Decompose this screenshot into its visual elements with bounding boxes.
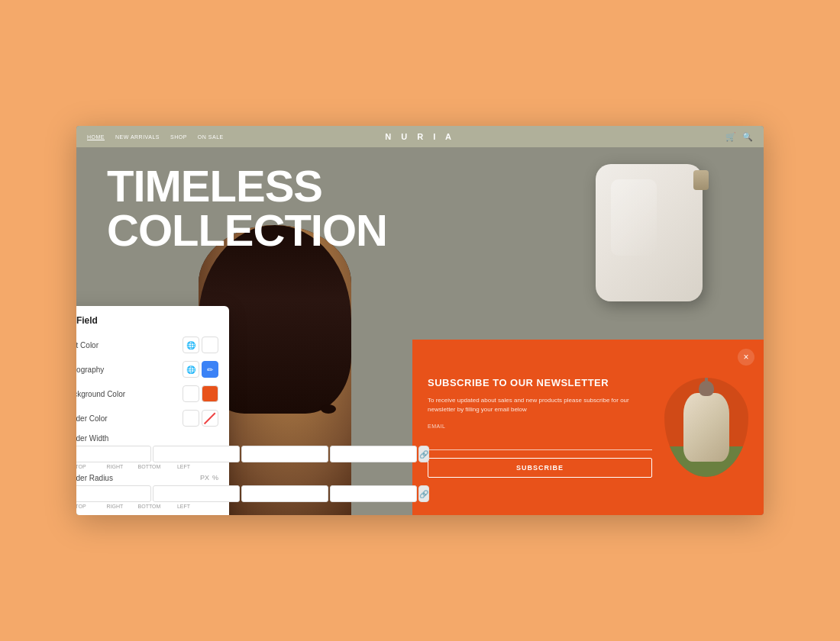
bag-zipper	[693, 170, 709, 190]
border-top-label: TOP	[76, 464, 97, 469]
border-width-right[interactable]	[153, 446, 240, 462]
popup-email-input[interactable]	[428, 432, 652, 450]
popup-close-button[interactable]: ×	[738, 349, 754, 366]
border-color-row: Border Color	[76, 410, 218, 427]
hero-title-line2: COLLECTION	[107, 208, 387, 253]
popup-bottle-cap	[699, 381, 714, 396]
border-width-section: Border Width 🔗 TOP RIGHT BOTTOM LEFT	[76, 434, 218, 469]
border-left-label: LEFT	[167, 464, 200, 469]
border-bottom-label: BOTTOM	[133, 464, 166, 469]
text-color-controls: 🌐	[183, 337, 218, 353]
border-width-left[interactable]	[330, 446, 417, 462]
field-panel: ▼ Field Text Color 🌐 Typography 🌐 ✏ Back…	[76, 306, 229, 515]
popup-bottle	[683, 393, 729, 462]
border-radius-link-button[interactable]: 🔗	[418, 485, 429, 502]
border-width-inputs: 🔗	[76, 446, 218, 462]
border-radius-unit: PX %	[200, 474, 218, 482]
border-radius-label: Border Radius	[76, 474, 113, 482]
search-icon[interactable]: 🔍	[742, 132, 753, 142]
field-panel-header: ▼ Field	[76, 315, 218, 326]
border-radius-section: Border Radius PX % 🔗 TOP RIGHT BOTTOM LE…	[76, 474, 218, 509]
border-color-controls	[183, 410, 218, 427]
main-wrapper: HOME NEW ARRIVALS SHOP ON SALE N U R I A…	[76, 126, 764, 515]
text-color-label: Text Color	[76, 341, 99, 349]
nav-right: 🛒 🔍	[725, 132, 753, 142]
hero-text: TIMELESS COLLECTION	[107, 164, 387, 253]
bag-shape	[596, 164, 703, 301]
border-width-link-button[interactable]: 🔗	[418, 446, 429, 462]
typography-controls: 🌐 ✏	[183, 361, 218, 378]
nav-link-home[interactable]: HOME	[87, 134, 105, 140]
nav-link-on-sale[interactable]: ON SALE	[198, 134, 224, 140]
nav-link-shop[interactable]: SHOP	[170, 134, 187, 140]
bg-color-swatch-orange[interactable]	[202, 385, 218, 402]
popup-description: To receive updated about sales and new p…	[428, 396, 652, 414]
popup-content: SUBSCRIBE TO OUR NEWSLETTER To receive u…	[428, 377, 652, 478]
bag-image	[596, 164, 718, 332]
nav-link-new-arrivals[interactable]: NEW ARRIVALS	[115, 134, 160, 140]
border-width-label-row: Border Width	[76, 434, 218, 443]
radius-top-label: TOP	[76, 504, 97, 509]
border-width-bottom[interactable]	[241, 446, 328, 462]
popup-product-image	[664, 378, 748, 477]
bg-color-swatch-white[interactable]	[183, 385, 199, 402]
typography-globe-button[interactable]: 🌐	[183, 361, 199, 378]
typography-row: Typography 🌐 ✏	[76, 361, 218, 378]
radius-right-label: RIGHT	[99, 504, 131, 509]
border-radius-bottom[interactable]	[241, 485, 328, 502]
bag-highlight	[611, 179, 657, 256]
typography-label: Typography	[76, 366, 104, 374]
border-radius-top[interactable]	[76, 485, 151, 502]
person-eye	[321, 404, 336, 414]
border-width-labels: TOP RIGHT BOTTOM LEFT	[76, 464, 218, 469]
radius-left-label: LEFT	[167, 504, 200, 509]
radius-bottom-label: BOTTOM	[133, 504, 166, 509]
popup-email-label: EMAIL	[428, 424, 652, 429]
border-radius-header: Border Radius PX %	[76, 474, 218, 482]
border-radius-labels: TOP RIGHT BOTTOM LEFT	[76, 504, 218, 509]
newsletter-popup: × SUBSCRIBE TO OUR NEWSLETTER To receive…	[412, 340, 764, 515]
background-color-controls	[183, 385, 218, 402]
background-color-label: Background Color	[76, 390, 125, 398]
text-color-row: Text Color 🌐	[76, 337, 218, 353]
border-right-label: RIGHT	[99, 464, 131, 469]
border-color-swatch-white[interactable]	[183, 410, 199, 427]
field-panel-title: Field	[76, 315, 98, 326]
hero-title-line1: TIMELESS	[107, 164, 387, 208]
text-color-globe-button[interactable]: 🌐	[183, 337, 199, 353]
nav-brand: N U R I A	[385, 132, 455, 141]
text-color-swatch[interactable]	[202, 337, 218, 353]
border-radius-left[interactable]	[330, 485, 417, 502]
typography-edit-button[interactable]: ✏	[202, 361, 218, 378]
navigation-bar: HOME NEW ARRIVALS SHOP ON SALE N U R I A…	[76, 126, 764, 147]
cart-icon[interactable]: 🛒	[725, 132, 736, 142]
border-width-top[interactable]	[76, 446, 151, 462]
popup-title: SUBSCRIBE TO OUR NEWSLETTER	[428, 377, 652, 388]
border-radius-right[interactable]	[153, 485, 240, 502]
popup-subscribe-button[interactable]: Subscribe	[428, 458, 652, 478]
border-color-label: Border Color	[76, 414, 108, 423]
border-color-swatch-none[interactable]	[202, 410, 218, 427]
nav-left: HOME NEW ARRIVALS SHOP ON SALE	[87, 134, 224, 140]
background-color-row: Background Color	[76, 385, 218, 402]
border-width-label: Border Width	[76, 434, 108, 443]
border-radius-inputs: 🔗	[76, 485, 218, 502]
